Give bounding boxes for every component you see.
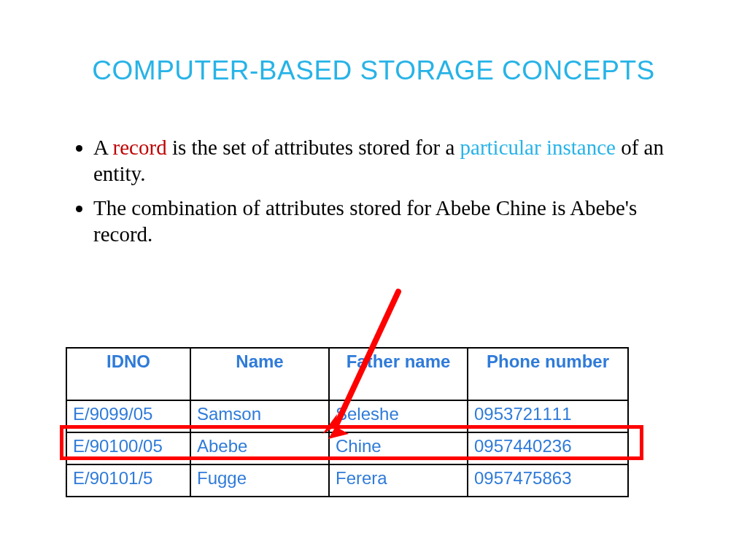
- cell: Ferera: [329, 464, 468, 497]
- cell: Abebe: [190, 432, 329, 464]
- text: is the set of attributes stored for a: [167, 136, 460, 159]
- th-name: Name: [190, 348, 329, 400]
- bullet-1: A record is the set of attributes stored…: [93, 134, 678, 187]
- cell: E/9099/05: [66, 400, 190, 432]
- table-row: E/90100/05 Abebe Chine 0957440236: [66, 432, 628, 464]
- cell: 0953721111: [468, 400, 628, 432]
- th-father: Father name: [329, 348, 468, 400]
- table-wrap: IDNO Name Father name Phone number E/909…: [66, 347, 629, 497]
- cell: E/90101/5: [66, 464, 190, 497]
- cell: Seleshe: [329, 400, 468, 432]
- cell: Samson: [190, 400, 329, 432]
- bullet-list: A record is the set of attributes stored…: [73, 134, 678, 254]
- th-phone: Phone number: [468, 348, 628, 400]
- table-header-row: IDNO Name Father name Phone number: [66, 348, 628, 400]
- cell: 0957475863: [468, 464, 628, 497]
- cell: Fugge: [190, 464, 329, 497]
- bullet-2: The combination of attributes stored for…: [93, 195, 678, 248]
- text: A: [93, 136, 113, 159]
- text-particular-instance: particular instance: [460, 136, 616, 159]
- page-title: COMPUTER-BASED STORAGE CONCEPTS: [0, 55, 747, 86]
- th-idno: IDNO: [66, 348, 190, 400]
- table-row: E/90101/5 Fugge Ferera 0957475863: [66, 464, 628, 497]
- cell: 0957440236: [468, 432, 628, 464]
- cell: Chine: [329, 432, 468, 464]
- slide: COMPUTER-BASED STORAGE CONCEPTS A record…: [0, 0, 747, 560]
- text-record: record: [113, 136, 167, 159]
- data-table: IDNO Name Father name Phone number E/909…: [66, 347, 629, 497]
- table-row: E/9099/05 Samson Seleshe 0953721111: [66, 400, 628, 432]
- cell: E/90100/05: [66, 432, 190, 464]
